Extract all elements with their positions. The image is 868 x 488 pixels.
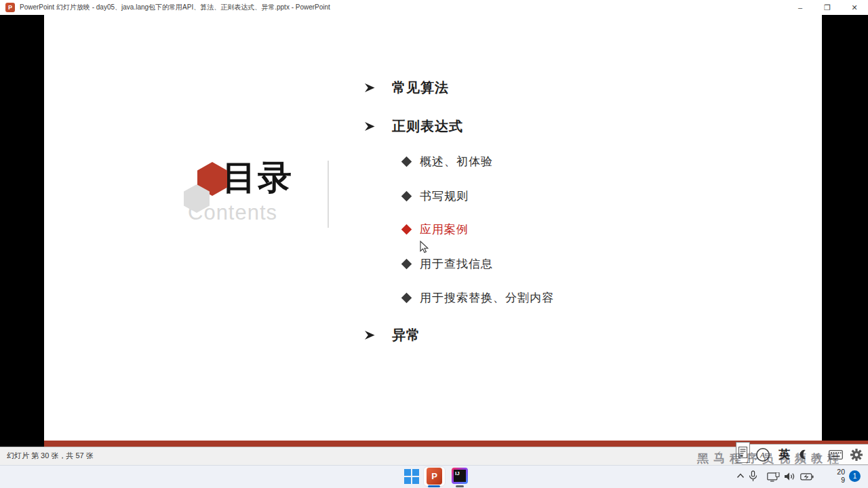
toc-subitem: 概述、初体验 (364, 152, 850, 171)
intellij-taskbar-icon[interactable]: IJ (452, 468, 468, 484)
slide-logo-title: 目录 (222, 159, 293, 197)
slide-canvas[interactable]: 目录 Contents 常见算法 正则表达式 概述、初体验 书写规则 应用案例 … (44, 15, 822, 441)
start-button[interactable] (404, 469, 419, 484)
microphone-icon[interactable] (749, 470, 757, 482)
diamond-bullet-icon (401, 224, 412, 235)
gear-icon[interactable] (846, 449, 867, 461)
diamond-bullet-icon (401, 156, 412, 167)
toc-subitem: 用于搜索替换、分割内容 (364, 288, 850, 307)
intellij-open-indicator (456, 485, 464, 487)
toc-item-label: 常见算法 (392, 79, 449, 97)
window-title: PowerPoint 幻灯片放映 - day05、java.lang包下的常用A… (20, 0, 330, 15)
tray-chevron-up-icon[interactable] (736, 473, 745, 479)
logo-divider (328, 161, 329, 228)
powerpoint-app-icon: P (5, 3, 15, 12)
diamond-bullet-icon (401, 292, 412, 303)
diamond-bullet-icon (401, 258, 412, 269)
toc-item: 常见算法 (364, 78, 812, 97)
clock-time: 20 (826, 468, 845, 476)
toc-subitem: 书写规则 (364, 186, 850, 205)
screen: P PowerPoint 幻灯片放映 - day05、java.lang包下的常… (0, 0, 868, 488)
arrow-bullet-icon (364, 330, 376, 340)
toc-subitem-label: 书写规则 (420, 188, 469, 204)
powerpoint-active-indicator (428, 485, 440, 487)
speaker-icon[interactable] (784, 472, 795, 481)
title-bar: P PowerPoint 幻灯片放映 - day05、java.lang包下的常… (0, 0, 868, 15)
toc-subitem-label: 概述、初体验 (420, 154, 493, 169)
mouse-cursor-icon (420, 241, 429, 253)
notification-badge[interactable]: 1 (849, 470, 861, 482)
clock-date: 9 (826, 476, 845, 484)
video-watermark: 黑马程序员视频教程 (697, 451, 844, 466)
toc-subitem-current: 应用案例 (364, 220, 850, 239)
battery-icon[interactable] (800, 473, 814, 481)
arrow-bullet-icon (364, 121, 376, 131)
arrow-bullet-icon (364, 83, 376, 93)
toc-subitem-label: 应用案例 (420, 222, 469, 237)
taskbar-clock[interactable]: 20 9 (826, 468, 845, 484)
toc-subitem-label: 用于查找信息 (420, 256, 493, 272)
intellij-logo-letters: IJ (454, 470, 466, 482)
toc-item: 正则表达式 (364, 117, 812, 136)
restore-button[interactable]: ❐ (816, 0, 838, 15)
display-cast-icon[interactable] (767, 472, 780, 482)
diamond-bullet-icon (401, 190, 412, 201)
windows-logo-icon (404, 469, 419, 484)
toc-item-label: 正则表达式 (392, 117, 463, 136)
toc-item-label: 异常 (392, 326, 420, 344)
powerpoint-taskbar-icon[interactable]: P (427, 468, 442, 485)
minimize-button[interactable]: – (789, 0, 811, 15)
toc-subitem-label: 用于搜索替换、分割内容 (420, 290, 554, 306)
toc-item: 异常 (364, 325, 812, 344)
toc-subitem: 用于查找信息 (364, 254, 850, 273)
close-button[interactable]: ✕ (844, 0, 865, 15)
slide-counter: 幻灯片 第 30 张，共 57 张 (7, 447, 94, 465)
